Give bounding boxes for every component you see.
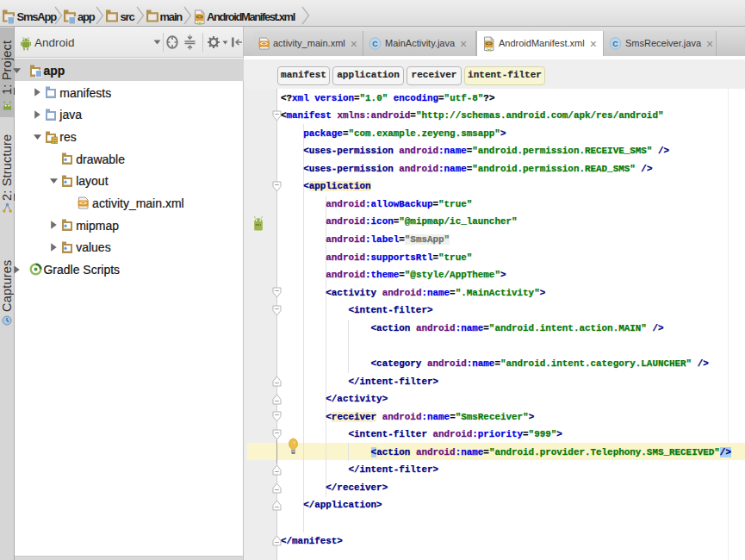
svg-text:<>: <>: [79, 200, 88, 207]
svg-text:<>: <>: [485, 40, 492, 47]
svg-text:C: C: [372, 40, 378, 48]
svg-text:C: C: [612, 40, 618, 48]
svg-text:<>: <>: [260, 40, 269, 47]
svg-text:<>: <>: [196, 14, 202, 21]
